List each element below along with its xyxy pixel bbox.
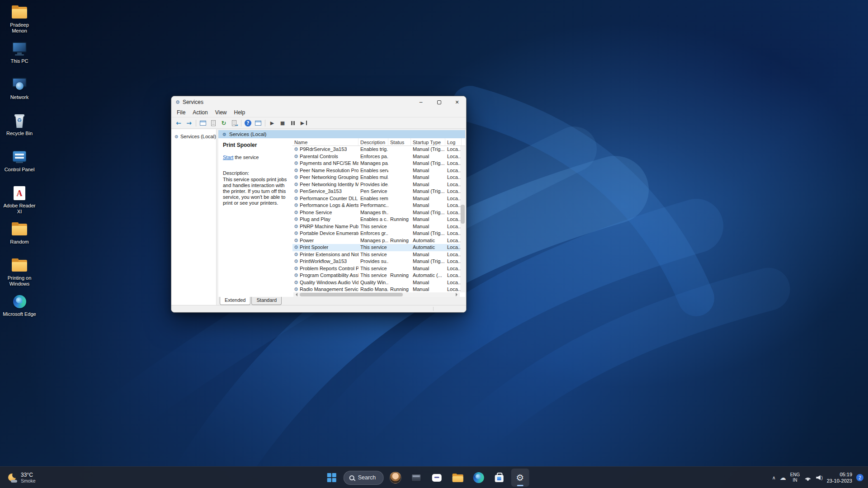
table-row[interactable]: ⚙Power Manages p... Running Automatic Lo… (292, 237, 465, 244)
h-scroll-thumb[interactable] (300, 293, 403, 296)
table-row[interactable]: ⚙Print Spooler This service ... Automati… (292, 244, 465, 251)
people-button[interactable] (386, 469, 404, 487)
volume-icon[interactable]: ) (816, 475, 822, 480)
file-explorer-button[interactable] (448, 469, 467, 487)
table-row[interactable]: ⚙Program Compatibility Assi... This serv… (292, 272, 465, 279)
start-service-link[interactable]: Start (223, 155, 233, 160)
tab-standard[interactable]: Standard (251, 297, 282, 305)
desktop-icon-adobe-reader[interactable]: Adobe Reader XI (0, 183, 39, 220)
properties-icon[interactable] (210, 119, 217, 127)
menu-action[interactable]: Action (193, 109, 208, 116)
cell-log-on-as: Loca... (445, 209, 462, 216)
table-row[interactable]: ⚙Plug and Play Enables a c... Running Ma… (292, 216, 465, 223)
minimize-button[interactable]: – (412, 96, 430, 108)
table-row[interactable]: ⚙Payments and NFC/SE Man... Manages pa..… (292, 160, 465, 167)
file-explorer-icon (452, 474, 463, 482)
tab-extended[interactable]: Extended (220, 297, 250, 305)
table-row[interactable]: ⚙P9RdrService_3a153 Enables trig... Manu… (292, 146, 465, 153)
table-row[interactable]: ⚙PNRP Machine Name Publi... This service… (292, 223, 465, 230)
search-box[interactable]: Search (344, 471, 384, 485)
column-header-log-on-as[interactable]: Log (445, 138, 462, 145)
stop-service-icon[interactable]: ■ (279, 119, 286, 127)
table-row[interactable]: ⚙Peer Networking Grouping Enables mul...… (292, 174, 465, 181)
weather-widget[interactable]: 33°C Smoke (4, 467, 39, 488)
table-row[interactable]: ⚙Peer Networking Identity M... Provides … (292, 181, 465, 188)
back-icon[interactable]: ← (175, 119, 182, 127)
extended-view-icon[interactable] (255, 119, 262, 127)
hidden-icons-chevron[interactable]: ∧ (772, 475, 776, 481)
onedrive-cloud-icon[interactable]: ☁ (780, 474, 786, 481)
store-button[interactable] (490, 469, 508, 487)
table-row[interactable]: ⚙Parental Controls Enforces pa... Manual… (292, 153, 465, 160)
table-header: ˆName Description Status Startup Type Lo… (292, 138, 465, 146)
services-list: ˆName Description Status Startup Type Lo… (292, 138, 465, 297)
desktop-icon-recycle-bin[interactable]: Recycle Bin (0, 111, 39, 147)
network-icon (9, 77, 29, 93)
forward-icon[interactable]: → (185, 119, 193, 127)
table-row[interactable]: ⚙PrintWorkflow_3a153 Provides su... Manu… (292, 258, 465, 265)
cell-startup-type: Manual (411, 265, 445, 272)
menu-file[interactable]: File (177, 109, 185, 116)
table-row[interactable]: ⚙Phone Service Manages th... Manual (Tri… (292, 209, 465, 216)
status-bar-divider (433, 307, 434, 311)
column-header-name[interactable]: ˆName (292, 138, 359, 145)
extended-description-pane: Print Spooler Start the service Descript… (218, 138, 292, 297)
start-service-icon[interactable]: ▶ (269, 119, 276, 127)
export-list-icon[interactable] (231, 119, 238, 127)
tree-item-services-local[interactable]: ⚙ Services (Local) (173, 133, 214, 140)
menu-view[interactable]: View (215, 109, 227, 116)
pause-service-icon[interactable] (289, 119, 297, 127)
table-row[interactable]: ⚙PenService_3a153 Pen Service Manual (Tr… (292, 188, 465, 195)
help-icon[interactable]: ? (245, 120, 251, 127)
desktop-icon-control-panel[interactable]: Control Panel (0, 147, 39, 183)
scroll-left-arrow-icon[interactable] (294, 293, 297, 296)
restart-service-icon[interactable]: ▶ (300, 119, 307, 127)
desktop-icon-pradeep-menon[interactable]: Pradeep Menon (0, 3, 39, 39)
vertical-scrollbar[interactable] (460, 146, 465, 292)
column-header-description[interactable]: Description (359, 138, 388, 145)
services-taskbar-button[interactable]: ⚙ (511, 469, 529, 487)
menu-help[interactable]: Help (234, 109, 245, 116)
start-button[interactable] (323, 469, 341, 487)
chat-button[interactable] (428, 469, 446, 487)
scroll-right-arrow-icon[interactable] (456, 293, 459, 296)
weather-condition: Smoke (21, 478, 36, 484)
weather-temp: 33°C (21, 472, 36, 478)
desktop-icon-this-pc[interactable]: This PC (0, 39, 39, 75)
table-row[interactable]: ⚙Quality Windows Audio Vid... Quality Wi… (292, 279, 465, 286)
clock[interactable]: 05:19 23-10-2023 (827, 471, 852, 484)
horizontal-scrollbar[interactable] (293, 292, 460, 297)
column-header-startup-type[interactable]: Startup Type (411, 138, 445, 145)
cell-log-on-as: Loca... (445, 258, 462, 265)
cell-description: Provides ide... (359, 181, 388, 188)
maximize-button[interactable] (430, 96, 448, 108)
titlebar[interactable]: ⚙ Services – × (171, 96, 466, 108)
table-row[interactable]: ⚙Peer Name Resolution Prot... Enables se… (292, 167, 465, 174)
desktop-icon-network[interactable]: Network (0, 75, 39, 111)
table-row[interactable]: ⚙Performance Counter DLL ... Enables rem… (292, 195, 465, 202)
service-gear-icon: ⚙ (294, 154, 298, 160)
table-row[interactable]: ⚙Portable Device Enumerator... Enforces … (292, 230, 465, 237)
show-console-tree-icon[interactable] (199, 119, 207, 127)
table-row[interactable]: ⚙Printer Extensions and Notif... This se… (292, 251, 465, 258)
desktop-app-button[interactable] (407, 469, 425, 487)
close-button[interactable]: × (448, 96, 466, 108)
table-row[interactable]: ⚙Performance Logs & Alerts Performanc...… (292, 202, 465, 209)
refresh-icon[interactable]: ↻ (220, 119, 227, 127)
column-header-status[interactable]: Status (388, 138, 411, 145)
table-row[interactable]: ⚙Problem Reports Control Pa... This serv… (292, 265, 465, 272)
cell-description: Enables trig... (359, 146, 388, 153)
maximize-icon (437, 100, 441, 104)
desktop-icon-microsoft-edge[interactable]: Microsoft Edge (0, 292, 39, 328)
desktop-icon-printing-on-windows[interactable]: Printing on Windows (0, 256, 39, 292)
notification-badge[interactable]: 2 (856, 474, 863, 481)
edge-button[interactable] (469, 469, 487, 487)
desktop-icon-random[interactable]: Random (0, 220, 39, 256)
wifi-icon[interactable] (804, 475, 812, 481)
edge-icon (473, 472, 484, 483)
windows-logo-icon (327, 473, 336, 482)
cell-name: ⚙Peer Networking Grouping (292, 174, 359, 181)
v-scroll-thumb[interactable] (461, 205, 465, 224)
language-indicator[interactable]: ENG IN (790, 472, 800, 483)
cell-startup-type: Manual (411, 153, 445, 160)
